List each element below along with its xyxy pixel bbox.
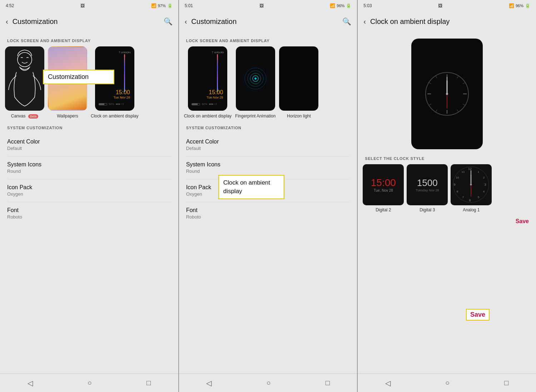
digital3-label: Digital 3: [420, 207, 435, 212]
recent-nav-2[interactable]: □: [326, 379, 330, 387]
status-bar-2: 5:01 🖼 📶 96% 🔋: [179, 0, 357, 11]
status-time-3: 5:03: [363, 3, 372, 8]
battery-2: 96%: [337, 4, 344, 8]
ambient-bar-1: [124, 54, 125, 92]
back-nav-1[interactable]: ◁: [28, 379, 33, 387]
system-icons-item-1[interactable]: System Icons Round: [7, 156, 171, 179]
accent-color-item-2[interactable]: Accent Color Default: [186, 134, 350, 156]
page-title-2: Customization: [191, 17, 342, 26]
analog1-card[interactable]: 12 3 6 9 1 2 4 5 7 8 10 11: [451, 164, 492, 212]
ambient-card-2[interactable]: 7 unlocks 15:00 Tue Nov 28 80% ■■■ +3 C: [184, 46, 232, 119]
digital3-time: 1500: [416, 177, 439, 189]
status-icon-image-1: 🖼: [80, 3, 85, 8]
font-item-1[interactable]: Font Roboto: [7, 202, 171, 225]
panel3-content: SELECT THE CLOCK STYLE 15:00 Tue, Nov 28…: [358, 31, 536, 373]
page-title-1: Customization: [13, 17, 164, 26]
lock-screen-cards-1: Canvas Beta Wallpapers 7 unlocks 15:00 T…: [0, 46, 178, 119]
signal-icon-2: 📶: [330, 3, 335, 8]
page-title-3: Clock on ambient display: [370, 17, 530, 26]
settings-list-2: Accent Color Default System Icons Round …: [179, 134, 357, 225]
settings-list-1: Accent Color Default System Icons Round …: [0, 134, 178, 225]
icon-pack-item-1[interactable]: Icon Pack Oxygen: [7, 179, 171, 202]
battery-3: 96%: [516, 4, 523, 8]
font-title-1: Font: [7, 207, 171, 213]
wallpapers-card[interactable]: Wallpapers: [48, 46, 87, 119]
icon-pack-item-2[interactable]: Icon Pack Oxygen: [186, 179, 350, 202]
svg-line-16: [436, 110, 437, 112]
select-clock-label: SELECT THE CLOCK STYLE: [358, 153, 536, 164]
recent-nav-3[interactable]: □: [504, 379, 508, 387]
svg-line-14: [463, 104, 465, 105]
canvas-card[interactable]: Canvas Beta: [5, 46, 44, 119]
digital2-image: 15:00 Tue, Nov 28: [363, 164, 404, 205]
analog1-label: Analog 1: [463, 207, 480, 212]
svg-point-5: [254, 77, 257, 80]
ambient-card-image-2: 7 unlocks 15:00 Tue Nov 28 80% ■■■ +3: [188, 46, 227, 111]
back-nav-3[interactable]: ◁: [385, 379, 391, 387]
icon-pack-title-1: Icon Pack: [7, 184, 171, 191]
svg-text:9: 9: [454, 183, 456, 186]
ambient-unlocks-2: 7 unlocks: [212, 51, 224, 54]
svg-line-18: [429, 82, 431, 84]
signal-icon-3: 📶: [509, 3, 514, 8]
ambient-unlocks-1: 7 unlocks: [119, 51, 131, 54]
top-bar-2: ‹ Customization 🔍: [179, 11, 357, 31]
panel-1: 4:52 🖼 📶 97% 🔋 ‹ Customization 🔍 Customi…: [0, 0, 179, 392]
accent-color-subtitle-2: Default: [186, 146, 350, 151]
top-bar-3: ‹ Clock on ambient display: [358, 11, 536, 31]
lock-screen-label-1: LOCK SCREEN AND AMBIENT DISPLAY: [0, 31, 178, 46]
ambient-battery-row-2: 80% ■■■ +3: [192, 102, 224, 106]
status-icons-1: 📶 97% 🔋: [151, 3, 173, 8]
font-subtitle-2: Roboto: [186, 214, 350, 220]
fingerprint-card-image: [236, 46, 275, 111]
svg-text:4: 4: [483, 190, 485, 193]
signal-icon-1: 📶: [151, 3, 157, 8]
status-time-2: 5:01: [185, 3, 193, 8]
canvas-card-image: [5, 46, 44, 111]
search-icon-1[interactable]: 🔍: [164, 17, 173, 26]
svg-line-12: [457, 76, 458, 78]
back-button-3[interactable]: ‹: [363, 17, 366, 26]
digital2-card[interactable]: 15:00 Tue, Nov 28 Digital 2: [363, 164, 404, 212]
beta-badge: Beta: [28, 114, 39, 119]
save-button[interactable]: Save: [516, 218, 529, 225]
wallpapers-card-label: Wallpapers: [57, 114, 78, 119]
nav-bar-3: ◁ ○ □: [358, 373, 536, 392]
ambient-bar-2: [217, 54, 218, 92]
font-item-2[interactable]: Font Roboto: [186, 202, 350, 225]
fingerprint-card[interactable]: Fingerprint Animation: [235, 46, 276, 119]
system-icons-item-2[interactable]: System Icons Round: [186, 156, 350, 179]
system-icons-subtitle-2: Round: [186, 169, 350, 174]
svg-line-17: [429, 104, 431, 105]
analog1-clock-svg: 12 3 6 9 1 2 4 5 7 8 10 11: [451, 164, 492, 205]
canvas-art-svg: [6, 47, 44, 110]
status-icon-image-3: 🖼: [438, 3, 442, 8]
back-nav-2[interactable]: ◁: [206, 379, 212, 387]
nav-bar-2: ◁ ○ □: [179, 373, 357, 392]
status-bar-3: 5:03 🖼 📶 96% 🔋: [358, 0, 536, 11]
svg-text:6: 6: [469, 198, 471, 202]
icon-pack-subtitle-2: Oxygen: [186, 191, 350, 197]
svg-text:2: 2: [483, 176, 485, 179]
back-button-1[interactable]: ‹: [6, 17, 8, 26]
digital3-card[interactable]: 1500 Tuesday Nov 28 Digital 3: [407, 164, 448, 212]
svg-text:7: 7: [462, 196, 464, 199]
home-nav-2[interactable]: ○: [266, 379, 271, 387]
horizon-card[interactable]: Horizon light: [279, 46, 318, 119]
search-icon-2[interactable]: 🔍: [342, 17, 351, 26]
svg-text:1: 1: [478, 170, 480, 174]
battery-icon-3: 🔋: [525, 3, 530, 8]
digital3-display: 1500 Tuesday Nov 28: [416, 177, 439, 192]
back-button-2[interactable]: ‹: [185, 17, 187, 26]
font-title-2: Font: [186, 207, 350, 213]
recent-nav-1[interactable]: □: [147, 379, 151, 387]
digital2-label: Digital 2: [376, 207, 391, 212]
status-icons-3: 📶 96% 🔋: [509, 3, 530, 8]
home-nav-3[interactable]: ○: [445, 379, 450, 387]
lock-screen-label-2: LOCK SCREEN AND AMBIENT DISPLAY: [179, 31, 357, 46]
accent-color-item-1[interactable]: Accent Color Default: [7, 134, 171, 156]
ambient-card-1[interactable]: 7 unlocks 15:00 Tue Nov 28 90% ■■■ +3: [91, 46, 138, 119]
home-nav-1[interactable]: ○: [88, 379, 92, 387]
system-icons-title-2: System Icons: [186, 161, 350, 168]
system-cust-label-2: SYSTEM CUSTOMIZATION: [179, 119, 357, 134]
